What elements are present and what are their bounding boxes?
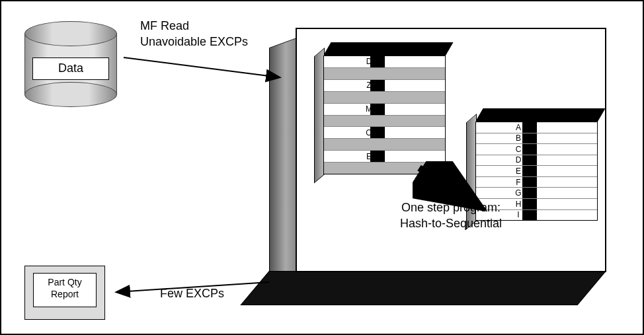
hash-row-letter: E <box>364 152 374 161</box>
hash-table: DZMOE <box>323 42 446 174</box>
processing-box: DZMOE ABCDEFGHI One step <box>269 28 613 305</box>
hash-row-letter: O <box>364 128 374 137</box>
arrow-in-icon <box>124 57 279 77</box>
svg-line-0 <box>419 168 465 198</box>
report-label: Part Qty Report <box>33 273 97 307</box>
arrow-in-label: MF Read Unavoidable EXCPs <box>140 18 248 50</box>
seq-row: F <box>476 177 597 188</box>
seq-row-letter: C <box>513 145 524 154</box>
hash-row <box>324 68 445 80</box>
diagram-canvas: Data MF Read Unavoidable EXCPs Few EXCPs… <box>0 0 644 335</box>
arrow-in-line2: Unavoidable EXCPs <box>140 35 248 48</box>
seq-row: B <box>476 133 597 145</box>
hash-row: O <box>324 127 445 139</box>
hash-row: M <box>324 104 445 116</box>
data-cylinder-label: Data <box>32 57 109 80</box>
seq-row: C <box>476 144 597 155</box>
report-line1: Part Qty <box>48 277 81 287</box>
proc-line1: One step program: <box>401 201 501 214</box>
seq-row-letter: F <box>513 178 524 187</box>
hash-row: D <box>324 56 445 68</box>
seq-row: E <box>476 166 597 177</box>
report-document: Part Qty Report <box>24 266 105 320</box>
seq-row-letter: G <box>513 188 524 198</box>
hash-row <box>324 116 445 128</box>
hash-row-letter: D <box>364 57 374 66</box>
arrow-in-line1: MF Read <box>140 19 189 32</box>
report-line2: Report <box>51 289 79 299</box>
seq-row: G <box>476 188 597 199</box>
seq-row-letter: A <box>513 123 524 132</box>
processing-box-label: One step program: Hash-to-Sequential <box>297 200 605 231</box>
proc-line2: Hash-to-Sequential <box>400 217 502 230</box>
seq-row-letter: D <box>513 155 524 165</box>
seq-row-letter: B <box>513 133 524 143</box>
seq-row: A <box>476 122 597 133</box>
hash-row: Z <box>324 80 445 92</box>
hash-row-letter: Z <box>364 81 374 90</box>
hash-row <box>324 139 445 151</box>
seq-row: D <box>476 155 597 167</box>
seq-row-letter: E <box>513 167 524 176</box>
hash-row <box>324 92 445 104</box>
data-cylinder: Data <box>24 21 117 107</box>
hash-row-letter: M <box>364 104 374 114</box>
arrow-out-label: Few EXCPs <box>160 285 224 301</box>
